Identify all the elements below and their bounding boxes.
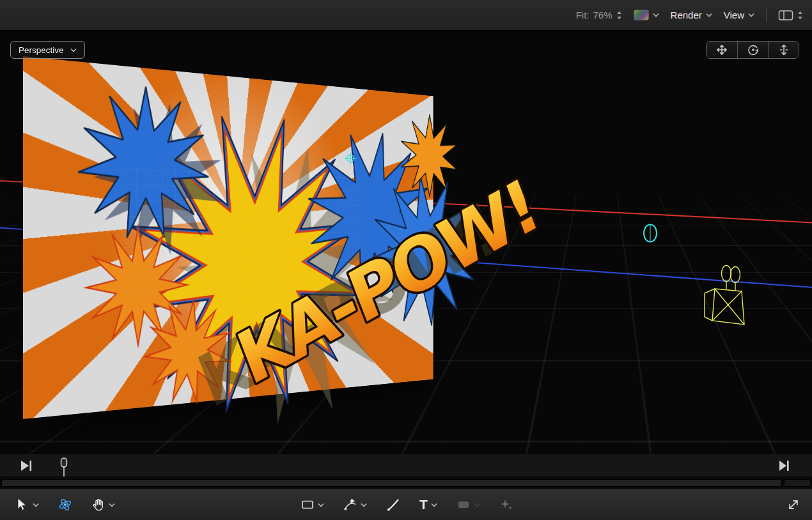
zoom-value[interactable]: 76% — [593, 10, 613, 20]
paint-stroke-tool[interactable] — [386, 498, 400, 512]
top-toolbar: Fit: 76% Render View — [0, 0, 812, 31]
chevron-down-icon[interactable] — [474, 503, 480, 507]
layout-pane-icon[interactable] — [778, 10, 793, 21]
text-tool[interactable]: T — [419, 498, 437, 512]
timeline-scrollbar[interactable] — [0, 477, 812, 488]
view-tools-group — [706, 41, 799, 59]
zoom-control[interactable]: Fit: 76% — [576, 10, 622, 20]
camera-orbit-button[interactable] — [737, 42, 768, 58]
rectangle-tool[interactable] — [301, 498, 324, 512]
pan-tool[interactable] — [91, 498, 115, 512]
cursor-arrow-icon — [15, 498, 29, 512]
select-tool[interactable] — [15, 498, 39, 512]
chevron-down-icon[interactable] — [431, 503, 437, 507]
camera-track-button[interactable] — [707, 42, 737, 58]
view-menu[interactable]: View — [724, 10, 754, 20]
top-toolbar-right: Fit: 76% Render View — [576, 8, 803, 22]
text-tool-glyph: T — [419, 498, 428, 512]
color-swatch-thumbnail[interactable] — [634, 10, 649, 20]
starburst-group — [23, 56, 433, 419]
layout-stepper-icon[interactable] — [797, 11, 803, 20]
diagonal-resize-icon — [786, 498, 800, 512]
bezier-tool[interactable] — [343, 498, 367, 512]
chevron-down-icon — [706, 13, 712, 17]
motion-window: Fit: 76% Render View — [0, 0, 812, 520]
chevron-down-icon[interactable] — [33, 503, 39, 507]
camera-orbit-icon — [747, 43, 760, 56]
rectangle-icon — [301, 498, 315, 512]
camera-menu-button[interactable]: Perspective — [10, 41, 85, 59]
toolbar-separator — [766, 8, 767, 22]
3d-transform-orbit-icon — [58, 498, 72, 512]
chevron-down-icon — [748, 13, 754, 17]
filled-rectangle-icon — [457, 498, 471, 512]
color-swatch-control[interactable] — [634, 10, 659, 20]
sparkle-icon — [499, 498, 513, 512]
toolbar-left-group — [15, 489, 115, 520]
shape-library-tool[interactable] — [457, 498, 480, 512]
render-menu[interactable]: Render — [671, 10, 712, 20]
resize-handle[interactable] — [786, 498, 800, 512]
camera-dolly-icon — [777, 43, 790, 56]
camera-track-icon — [715, 43, 728, 56]
toolbar-right-group — [786, 489, 800, 520]
toolbar-center-group: T — [301, 489, 513, 520]
timeline-scrollbar-thumb[interactable] — [1, 479, 781, 487]
timeline-strip[interactable] — [0, 454, 812, 477]
timeline-end-marker-icon[interactable] — [779, 461, 789, 471]
hand-icon — [91, 498, 105, 512]
zoom-stepper-icon[interactable] — [616, 11, 622, 20]
camera-menu-label: Perspective — [19, 45, 64, 55]
brush-stroke-icon — [386, 498, 400, 512]
comic-artboard[interactable] — [23, 56, 433, 419]
fit-label: Fit: — [576, 10, 589, 20]
particles-tool[interactable] — [499, 498, 513, 512]
transform-3d-tool[interactable] — [58, 498, 72, 512]
render-menu-label: Render — [671, 10, 702, 20]
chevron-down-icon — [70, 48, 77, 52]
layout-control[interactable] — [778, 10, 803, 21]
camera-dolly-button[interactable] — [768, 42, 799, 58]
chevron-down-icon — [653, 13, 659, 17]
chevron-down-icon[interactable] — [361, 503, 367, 507]
chevron-down-icon[interactable] — [318, 503, 324, 507]
timeline-scrollbar-cap[interactable] — [784, 479, 811, 487]
timeline-start-marker-icon[interactable] — [21, 461, 31, 471]
view-menu-label: View — [724, 10, 744, 20]
bezier-pen-icon — [343, 498, 357, 512]
canvas-viewport[interactable]: KA-POW! KA-POW! — [0, 31, 812, 454]
chevron-down-icon[interactable] — [109, 503, 115, 507]
bottom-toolbar: T — [0, 488, 812, 520]
playhead[interactable] — [61, 458, 67, 477]
